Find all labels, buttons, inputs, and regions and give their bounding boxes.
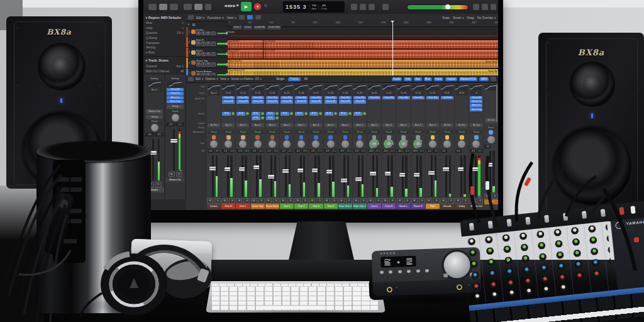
add-track-button[interactable]: + (187, 22, 190, 26)
input-monitor-button[interactable]: I (211, 31, 216, 36)
pan-knob[interactable]: -63 (370, 140, 378, 148)
sends-on-faders-value[interactable]: Off ∨ (255, 77, 262, 80)
input-slot[interactable]: Bus 1 (208, 91, 220, 96)
count-in-icon[interactable] (360, 4, 366, 10)
input-slot[interactable]: In 16 (295, 91, 308, 96)
channel-name[interactable]: Tom 1 (280, 204, 294, 209)
mute-button[interactable]: M (196, 31, 201, 36)
eq-thumbnail[interactable] (339, 84, 352, 91)
smart-controls-icon[interactable] (184, 4, 192, 10)
eq-thumbnail[interactable] (222, 84, 235, 91)
channel-name[interactable]: Reverb (440, 204, 454, 209)
automation-mode[interactable]: Read (470, 130, 482, 134)
pan-knob[interactable] (356, 140, 364, 148)
send-slot[interactable]: B 11 (353, 112, 362, 116)
volume-handle[interactable] (445, 4, 450, 9)
channel-name[interactable]: Out (484, 199, 498, 204)
solo-button[interactable]: S (258, 198, 265, 204)
send-knob[interactable] (275, 116, 279, 119)
group-slot[interactable] (280, 127, 293, 130)
channel-name[interactable]: Stereo Out (165, 177, 185, 182)
apple-loops-icon[interactable] (482, 4, 488, 10)
eq-thumbnail[interactable] (455, 84, 468, 91)
channel-filter-button[interactable]: Bus (424, 77, 432, 81)
inspector-row[interactable]: ▸ More (143, 50, 186, 55)
metronome-icon[interactable] (369, 4, 375, 10)
mixer-view-button[interactable]: All (303, 77, 309, 81)
region-inspector-title[interactable]: ∨ Region: MIDI Defaults (143, 14, 186, 21)
plugin-slot[interactable]: Chan EQ (368, 96, 380, 100)
send-slot[interactable]: B 11 (222, 112, 231, 116)
input-monitor-button[interactable]: I (211, 42, 216, 46)
edit-menu[interactable]: Edit ∨ (196, 16, 205, 19)
automation-mode[interactable]: Read (353, 130, 366, 134)
sends-area[interactable]: B 11 (295, 112, 308, 122)
fader[interactable] (236, 154, 250, 198)
input-slot[interactable]: In 14 (266, 91, 279, 96)
send-slot[interactable]: B 11 (339, 112, 348, 116)
eq-thumbnail[interactable] (280, 84, 293, 91)
sends-area[interactable] (426, 112, 439, 122)
channel-filter-button[interactable]: Input (434, 77, 443, 81)
send-knob[interactable] (290, 112, 293, 115)
eq-thumbnail[interactable] (397, 84, 410, 91)
sends-area[interactable] (441, 112, 453, 122)
audio-fx-area[interactable]: Chan EQ Virtual M (309, 96, 322, 111)
pan-knob[interactable]: +50 (414, 140, 422, 148)
pan-knob[interactable] (283, 140, 291, 148)
fader[interactable] (294, 154, 308, 198)
mute-button[interactable]: M (367, 198, 374, 204)
input-slot[interactable]: In 12 (236, 91, 249, 96)
eq-thumbnail[interactable] (441, 84, 453, 91)
mute-button[interactable]: M (353, 198, 359, 204)
lcd-display[interactable]: 1535 3 120bpm 4/4Cmaj (283, 1, 345, 13)
playhead[interactable] (392, 21, 393, 75)
inspector-row[interactable]: Transpose (143, 40, 186, 45)
eq-thumbnail[interactable] (236, 84, 249, 91)
solo-button[interactable]: S (331, 198, 338, 204)
plugin-slot[interactable]: VintVerb (441, 96, 453, 100)
audio-fx-area[interactable]: Chan EQ (412, 96, 425, 111)
group-slot[interactable] (222, 127, 235, 130)
plugin-slot[interactable]: Virtual M (236, 100, 249, 104)
window-icon[interactable] (188, 77, 194, 81)
plugin-slot[interactable]: Virtual M (470, 96, 482, 99)
automation-mode[interactable]: Read (441, 130, 453, 134)
automation-mode[interactable]: Read (325, 130, 337, 134)
drag-value[interactable]: No Overlap ∨ (477, 16, 496, 19)
plugin-slot[interactable]: Chan EQ (266, 96, 279, 100)
mute-button[interactable]: M (196, 52, 201, 57)
automation-mode[interactable]: Read (236, 130, 249, 134)
group-slot[interactable] (353, 127, 366, 130)
group-slot[interactable] (236, 127, 249, 130)
solo-button[interactable]: S (389, 198, 396, 204)
view-menu[interactable]: View ∨ (220, 77, 230, 80)
inspector-icon[interactable] (159, 4, 167, 10)
channel-name[interactable]: Ride (426, 204, 440, 209)
cycle-button[interactable]: ↻ (264, 3, 267, 8)
automation-mode[interactable]: Read (455, 130, 468, 134)
plugin-slot[interactable]: Virtual Te (470, 100, 482, 103)
mixer-channel-strip[interactable]: In 23 Chan EQ Bus 1 Re (396, 83, 410, 209)
automation-mode[interactable]: Read (222, 130, 235, 134)
channel-name[interactable]: Room R (411, 204, 425, 209)
eq-thumbnail[interactable] (470, 84, 482, 91)
inspector-row[interactable]: Loop□ (143, 26, 186, 31)
send-slot[interactable]: B 31 (266, 116, 275, 120)
mute-button[interactable]: M (265, 198, 272, 204)
mixer-channel-strip[interactable]: In 12 Chan EQ Virtual M B 11 Bus 1 (236, 83, 250, 209)
channel-name[interactable]: Stereo Out (469, 204, 483, 209)
bounce-button[interactable]: Bnc (477, 196, 482, 198)
automation-mode[interactable]: Read (485, 126, 497, 130)
view-menu[interactable]: View ∨ (226, 16, 236, 19)
fader[interactable] (382, 154, 396, 198)
eq-thumbnail[interactable] (426, 84, 439, 91)
channel-name[interactable]: Kick R (221, 204, 235, 209)
plugin-slot[interactable]: Chan EQ (222, 96, 235, 100)
send-knob[interactable] (334, 112, 337, 115)
send-slot[interactable]: B 11 (252, 112, 260, 116)
pan-knob[interactable] (297, 140, 305, 148)
channel-name[interactable]: Drums (207, 204, 221, 209)
mute-button[interactable]: M (484, 194, 491, 199)
send-knob[interactable] (246, 112, 249, 115)
